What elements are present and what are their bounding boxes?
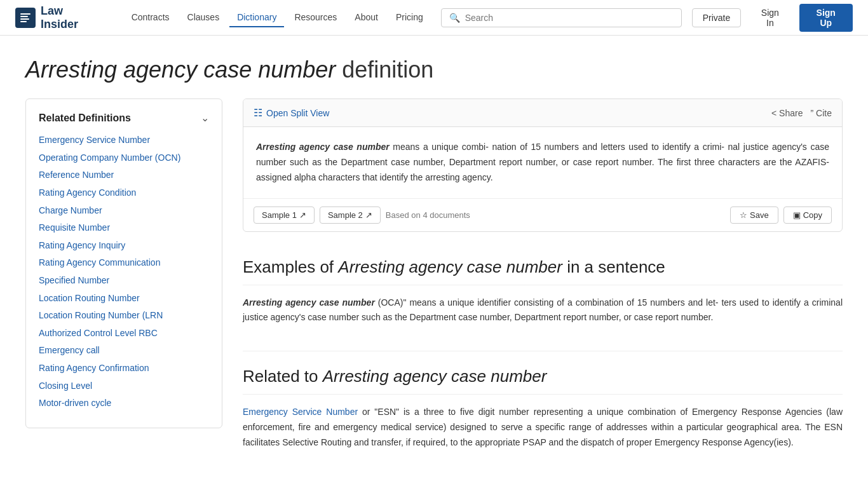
sidebar-link-10[interactable]: Location Routing Number (LRN <box>39 309 209 322</box>
sidebar-link-0[interactable]: Emergency Service Number <box>39 134 209 147</box>
sample2-label: Sample 2 <box>328 210 363 220</box>
logo-link[interactable]: Law Insider <box>15 4 104 31</box>
list-item: Rating Agency Condition <box>39 187 209 200</box>
sample1-label: Sample 1 <box>262 210 297 220</box>
sample2-button[interactable]: Sample 2 ↗ <box>320 207 381 224</box>
sidebar-link-7[interactable]: Rating Agency Communication <box>39 257 209 269</box>
copy-button[interactable]: ▣ Copy <box>783 207 832 224</box>
nav-about[interactable]: About <box>347 8 386 27</box>
open-split-button[interactable]: ☷ Open Split View <box>254 107 329 119</box>
nav-resources[interactable]: Resources <box>287 8 344 27</box>
section-divider <box>243 351 843 351</box>
list-item: Requisite Number <box>39 222 209 234</box>
signin-button[interactable]: Sign In <box>746 4 794 32</box>
sidebar-list: Emergency Service Number Operating Compa… <box>39 134 209 410</box>
open-split-label: Open Split View <box>266 108 329 118</box>
share-label: Share <box>779 108 803 118</box>
related-section: Related to Arresting agency case number … <box>243 367 843 450</box>
copy-label: Copy <box>803 210 822 220</box>
list-item: Emergency Service Number <box>39 134 209 147</box>
sidebar-link-5[interactable]: Requisite Number <box>39 222 209 234</box>
navbar: Law Insider Contracts Clauses Dictionary… <box>0 0 868 36</box>
list-item: Reference Number <box>39 169 209 182</box>
sidebar-link-9[interactable]: Location Routing Number <box>39 292 209 305</box>
cite-button[interactable]: ” Cite <box>810 108 832 118</box>
nav-dictionary[interactable]: Dictionary <box>229 8 284 27</box>
examples-heading: Examples of Arresting agency case number… <box>243 257 843 285</box>
footer-actions: ☆ Save ▣ Copy <box>730 207 832 224</box>
logo-icon <box>15 8 36 28</box>
nav-contracts[interactable]: Contracts <box>124 8 177 27</box>
sidebar-toggle-icon[interactable]: ⌄ <box>201 112 209 124</box>
related-link[interactable]: Emergency Service Number <box>243 407 358 417</box>
list-item: Motor-driven cycle <box>39 397 209 410</box>
based-on-text: Based on 4 documents <box>386 210 470 220</box>
search-bar: 🔍 <box>441 8 682 27</box>
signup-button[interactable]: Sign Up <box>799 4 853 32</box>
page-title-italic: Arresting agency case number <box>25 57 336 83</box>
logo-text: Law Insider <box>41 4 104 31</box>
sidebar-link-2[interactable]: Reference Number <box>39 169 209 182</box>
sidebar-link-4[interactable]: Charge Number <box>39 205 209 217</box>
list-item: Location Routing Number <box>39 292 209 305</box>
sidebar-link-8[interactable]: Specified Number <box>39 274 209 287</box>
sidebar-link-14[interactable]: Closing Level <box>39 380 209 393</box>
sidebar-link-13[interactable]: Rating Agency Confirmation <box>39 362 209 375</box>
examples-heading-italic: Arresting agency case number <box>338 257 562 276</box>
external-link-icon-2: ↗ <box>365 210 372 220</box>
sidebar-link-15[interactable]: Motor-driven cycle <box>39 397 209 410</box>
sidebar-link-1[interactable]: Operating Company Number (OCN) <box>39 152 209 165</box>
card-actions: < Share ” Cite <box>771 108 832 118</box>
share-icon: < <box>771 108 776 118</box>
external-link-icon-1: ↗ <box>299 210 306 220</box>
cite-label: Cite <box>816 108 832 118</box>
sample1-button[interactable]: Sample 1 ↗ <box>254 207 315 224</box>
sidebar-link-6[interactable]: Rating Agency Inquiry <box>39 240 209 252</box>
svg-rect-3 <box>20 21 27 22</box>
list-item: Rating Agency Confirmation <box>39 362 209 375</box>
page-title: Arresting agency case number definition <box>25 56 843 83</box>
search-input[interactable] <box>465 13 674 23</box>
sidebar-link-11[interactable]: Authorized Control Level RBC <box>39 327 209 340</box>
example-term: Arresting agency case number <box>243 297 375 308</box>
examples-heading-end: in a sentence <box>562 257 665 276</box>
svg-rect-1 <box>20 16 28 17</box>
page-title-plain: definition <box>336 57 433 83</box>
example-text: Arresting agency case number (OCA)" mean… <box>243 295 843 326</box>
nav-links: Contracts Clauses Dictionary Resources A… <box>124 8 431 27</box>
definition-text: Arresting agency case number means a uni… <box>256 140 829 185</box>
related-heading: Related to Arresting agency case number <box>243 367 843 395</box>
nav-clauses[interactable]: Clauses <box>180 8 227 27</box>
examples-section: Examples of Arresting agency case number… <box>243 257 843 326</box>
split-view-icon: ☷ <box>254 107 262 119</box>
list-item: Rating Agency Communication <box>39 257 209 269</box>
sidebar-link-12[interactable]: Emergency call <box>39 344 209 357</box>
main-content: ☷ Open Split View < Share ” Cite Arres <box>222 98 843 450</box>
definition-term: Arresting agency case number <box>256 142 390 152</box>
definition-body: Arresting agency case number means a uni… <box>243 127 842 198</box>
svg-rect-2 <box>20 18 29 20</box>
list-item: Charge Number <box>39 205 209 217</box>
star-icon: ☆ <box>740 210 747 220</box>
sidebar-header: Related Definitions ⌄ <box>39 112 209 124</box>
list-item: Closing Level <box>39 380 209 393</box>
svg-rect-0 <box>20 13 31 15</box>
list-item: Rating Agency Inquiry <box>39 240 209 252</box>
sidebar-link-3[interactable]: Rating Agency Condition <box>39 187 209 200</box>
sidebar-title: Related Definitions <box>39 112 131 124</box>
list-item: Location Routing Number (LRN <box>39 309 209 322</box>
navbar-actions: Private Sign In Sign Up <box>692 4 853 32</box>
save-button[interactable]: ☆ Save <box>730 207 778 224</box>
save-label: Save <box>750 210 769 220</box>
related-heading-plain: Related to <box>243 367 323 386</box>
nav-pricing[interactable]: Pricing <box>388 8 431 27</box>
list-item: Authorized Control Level RBC <box>39 327 209 340</box>
examples-heading-plain: Examples of <box>243 257 338 276</box>
page-title-area: Arresting agency case number definition <box>0 36 868 98</box>
definition-card: ☷ Open Split View < Share ” Cite Arres <box>243 98 843 231</box>
logo-svg <box>19 11 32 24</box>
list-item: Emergency call <box>39 344 209 357</box>
share-button[interactable]: < Share <box>771 108 803 118</box>
cite-icon: ” <box>810 108 813 118</box>
private-button[interactable]: Private <box>692 8 742 27</box>
